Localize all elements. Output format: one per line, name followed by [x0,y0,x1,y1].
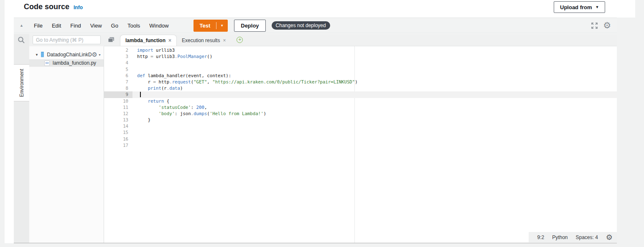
go-to-anything-input[interactable] [33,35,101,44]
page-title: Code source [24,3,69,11]
code-editor[interactable]: 2import urllib33http = urllib3.PoolManag… [104,46,617,243]
sidebar-tab-environment[interactable]: Environment [14,64,29,101]
chevron-down-icon: ▼ [596,5,599,9]
tab-lambda-function[interactable]: lambda_function × [120,35,177,46]
line-number: 8 [104,85,132,91]
menu-items: FileEditFindViewGoToolsWindow [29,23,173,29]
fullscreen-icon[interactable] [591,22,598,29]
test-button-label: Test [194,23,216,29]
tab-list-icon[interactable] [108,37,114,43]
menu-item-find[interactable]: Find [66,23,85,29]
close-icon[interactable]: × [223,38,226,43]
code-line[interactable]: 12 'body': json.dumps('Hello from Lambda… [104,111,617,117]
editor-menubar: ▲ FileEditFindViewGoToolsWindow Test ▼ D… [14,18,617,33]
language-mode[interactable]: Python [552,234,568,240]
page-title-row: Code source Info [24,3,83,11]
code-line[interactable]: 14 [104,123,617,129]
menu-item-window[interactable]: Window [145,23,173,29]
line-number: 14 [104,123,132,129]
cursor-position[interactable]: 9:2 [537,234,544,240]
code-text: return { [132,98,169,104]
code-text: } [132,117,150,123]
code-text [132,66,137,73]
line-number: 6 [104,73,132,79]
tab-execution-results[interactable]: Execution results × [177,35,231,46]
tree-folder-row[interactable]: ▼ DatadogChainLinkD ⚙ ▼ [29,51,104,58]
code-text [132,129,137,136]
environment-tab-label: Environment [19,69,25,97]
code-text: def lambda_handler(event, context): [132,73,231,79]
test-dropdown-icon[interactable]: ▼ [216,24,227,28]
code-text: 'statusCode': 200, [132,104,207,111]
line-number: 15 [104,129,132,136]
code-line[interactable]: 10 return { [104,98,617,104]
search-icon[interactable] [18,36,25,44]
line-number: 5 [104,66,132,73]
test-button[interactable]: Test ▼ [193,20,228,32]
code-lines: 2import urllib33http = urllib3.PoolManag… [104,47,617,149]
menu-item-edit[interactable]: Edit [47,23,66,29]
line-number: 4 [104,60,132,66]
info-link[interactable]: Info [74,5,83,10]
python-file-icon: <> [44,60,50,66]
line-number: 10 [104,98,132,104]
tree-file-row-selected[interactable]: <> lambda_function.py [29,59,104,67]
card-left-margin [5,18,14,243]
editor-settings-gear-icon[interactable]: ⚙ [603,21,611,30]
new-tab-icon[interactable]: + [237,37,243,43]
tab-label: Execution results [182,38,220,43]
menu-item-go[interactable]: Go [107,23,123,29]
line-number: 3 [104,53,132,60]
code-line[interactable]: 6def lambda_handler(event, context): [104,73,617,79]
line-number: 17 [104,142,132,149]
code-line[interactable]: 2import urllib3 [104,47,617,53]
upload-from-button[interactable]: Upload from ▼ [554,1,605,13]
code-line[interactable]: 13 } [104,117,617,123]
folder-name: DatadogChainLinkD [47,52,92,58]
menu-item-file[interactable]: File [29,23,47,29]
code-line[interactable]: 16 [104,136,617,142]
code-line[interactable]: 9 [104,91,617,98]
code-text: r = http.request("GET", "https://api.kra… [132,79,358,85]
close-icon[interactable]: × [168,38,171,43]
code-text: import urllib3 [132,47,175,53]
line-number: 12 [104,111,132,117]
code-line[interactable]: 3http = urllib3.PoolManager() [104,53,617,60]
left-rail: Environment [14,34,29,243]
code-line[interactable]: 15 [104,129,617,136]
menu-item-view[interactable]: View [86,23,107,29]
folder-icon [41,53,44,57]
code-line[interactable]: 4 [104,60,617,66]
deploy-button[interactable]: Deploy [234,20,265,32]
tree-settings-control[interactable]: ⚙ ▼ [92,52,104,58]
editor-statusbar: 9:2 Python Spaces: 4 ⚙ [529,232,617,242]
code-text [132,136,137,142]
file-tree-panel: ▼ DatadogChainLinkD ⚙ ▼ <> lambda_functi… [29,46,104,243]
editor-tabbar: lambda_function × Execution results × + [104,34,617,46]
menu-item-tools[interactable]: Tools [123,23,145,29]
line-number: 7 [104,79,132,85]
folder-expand-icon[interactable]: ▼ [35,53,38,57]
line-number: 9 [104,91,132,98]
line-number: 16 [104,136,132,142]
code-line[interactable]: 8 print(r.data) [104,85,617,91]
code-text: http = urllib3.PoolManager() [132,53,212,60]
code-text [132,60,137,66]
changes-not-deployed-badge: Changes not deployed [272,21,330,30]
code-line[interactable]: 17 [104,142,617,149]
code-text [132,142,137,149]
code-line[interactable]: 5 [104,66,617,73]
indentation-setting[interactable]: Spaces: 4 [575,234,598,240]
code-line[interactable]: 7 r = http.request("GET", "https://api.k… [104,79,617,85]
statusbar-gear-icon[interactable]: ⚙ [606,234,613,241]
tree-gear-caret-icon: ▼ [98,53,101,56]
line-number: 13 [104,117,132,123]
menubar-right-icons: ⚙ [591,21,617,30]
ide-panel: ▲ FileEditFindViewGoToolsWindow Test ▼ D… [14,18,617,243]
code-source-card-header [5,0,635,18]
code-line[interactable]: 11 'statusCode': 200, [104,104,617,111]
upload-from-label: Upload from [560,4,592,10]
text-cursor [140,92,141,97]
file-name: lambda_function.py [53,60,96,66]
collapse-panel-icon[interactable]: ▲ [14,23,29,28]
